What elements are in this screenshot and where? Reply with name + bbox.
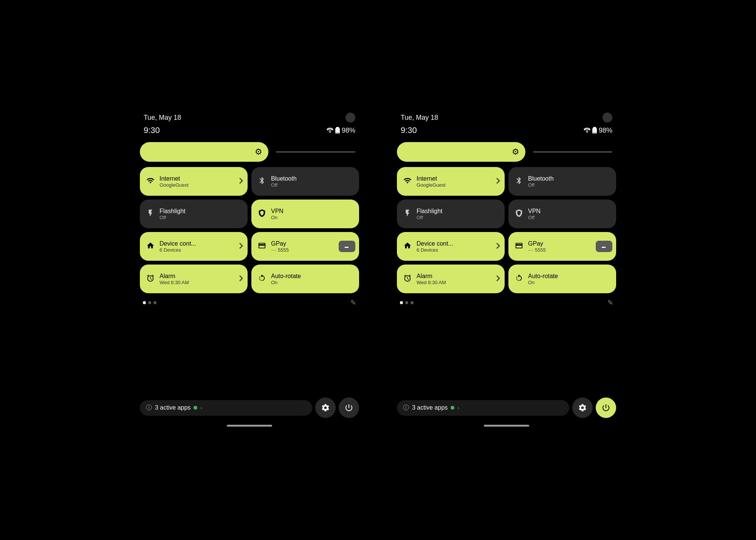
tile-alarm[interactable]: Alarm Wed 8:30 AM [397,265,505,293]
status-row: 9:30 98% [140,125,359,135]
internet-icon [146,176,155,187]
tile-internet[interactable]: Internet GoogleGuest [397,167,505,196]
device-control-subtitle: 6 Devices [160,247,196,253]
wifi-status-icon [327,128,333,133]
device-control-title: Device cont... [417,240,453,247]
brightness-row[interactable]: ⚙ [140,142,359,162]
tile-internet[interactable]: Internet GoogleGuest [140,167,248,196]
card-chip: ▬ [345,244,349,249]
tiles-grid: Internet GoogleGuest Bluetooth Off Flash… [397,167,616,293]
info-icon: ⓘ [146,404,152,412]
vpn-info: VPN Off [528,207,541,221]
dot-2[interactable] [148,301,151,304]
tile-bluetooth[interactable]: Bluetooth Off [508,167,616,196]
bluetooth-title: Bluetooth [271,175,297,182]
internet-title: Internet [160,175,189,182]
autorotate-subtitle: On [271,280,301,286]
battery-percent: 98% [599,127,612,135]
dot-3[interactable] [153,301,156,304]
autorotate-subtitle: On [528,280,558,286]
dot-3[interactable] [411,301,414,304]
tile-device-control[interactable]: Device cont... 6 Devices [397,232,505,261]
brightness-track[interactable] [533,151,612,153]
status-icons: 98% [327,127,355,135]
pill-arrow: › [200,405,202,411]
tile-flashlight[interactable]: Flashlight Off [140,200,248,228]
alarm-subtitle: Wed 8:30 AM [160,280,189,286]
tile-flashlight[interactable]: Flashlight Off [397,200,505,228]
gpay-info: GPay ···· 5555 [528,240,546,253]
vpn-subtitle: Off [528,215,541,221]
tile-gpay[interactable]: GPay ···· 5555 ▬ [508,232,616,261]
gpay-subtitle: ···· 5555 [528,247,546,253]
bluetooth-subtitle: Off [271,182,297,188]
device-control-icon [403,241,412,252]
internet-info: Internet GoogleGuest [417,175,446,188]
internet-info: Internet GoogleGuest [160,175,189,188]
status-bar: Tue, May 18 [397,113,616,122]
tile-autorotate[interactable]: Auto-rotate On [508,265,616,293]
settings-icon [321,403,330,412]
pagination-row: ✎ [397,299,616,307]
dot-1[interactable] [143,301,146,304]
edit-icon[interactable]: ✎ [607,299,613,307]
device-control-subtitle: 6 Devices [417,247,453,253]
flashlight-subtitle: Off [160,215,185,221]
internet-icon [403,176,412,187]
brightness-row[interactable]: ⚙ [397,142,616,162]
power-button[interactable] [339,398,359,418]
wifi-status-icon [584,128,590,133]
svg-rect-5 [593,127,596,128]
pagination-row: ✎ [140,299,359,307]
internet-subtitle: GoogleGuest [417,182,446,188]
alarm-title: Alarm [417,272,446,280]
active-apps-pill[interactable]: ⓘ 3 active apps › [140,400,312,416]
internet-subtitle: GoogleGuest [160,182,189,188]
edit-icon[interactable]: ✎ [350,299,356,307]
bluetooth-title: Bluetooth [528,175,554,182]
tile-device-control[interactable]: Device cont... 6 Devices [140,232,248,261]
dot-1[interactable] [400,301,403,304]
tile-gpay[interactable]: GPay ···· 5555 ▬ [251,232,359,261]
tile-vpn[interactable]: VPN Off [508,200,616,228]
active-apps-text: 3 active apps [412,404,448,411]
gpay-card: ▬ [596,241,612,252]
brightness-track[interactable] [276,151,355,153]
screen-right: Tue, May 18 9:30 98% ⚙ Internet GoogleGu… [389,106,624,434]
active-apps-pill[interactable]: ⓘ 3 active apps › [397,400,569,416]
device-control-title: Device cont... [160,240,196,247]
battery-percent: 98% [342,127,355,135]
brightness-pill[interactable]: ⚙ [140,142,268,162]
svg-rect-1 [336,127,339,128]
settings-button[interactable] [315,398,336,418]
pagination-dots [400,301,414,304]
gpay-title: GPay [271,240,289,247]
vpn-icon [514,209,524,219]
camera-pill [603,113,612,122]
vpn-subtitle: On [271,215,284,221]
brightness-icon: ⚙ [255,147,262,157]
home-indicator [227,425,272,427]
gpay-card: ▬ [339,241,355,252]
status-row: 9:30 98% [397,125,616,135]
bluetooth-info: Bluetooth Off [528,175,554,188]
home-indicator [484,425,529,427]
power-button[interactable] [596,398,616,418]
brightness-pill[interactable]: ⚙ [397,142,525,162]
screens-wrapper: Tue, May 18 9:30 98% ⚙ Internet GoogleGu… [132,106,624,434]
status-time: 9:30 [401,125,417,135]
vpn-title: VPN [271,207,284,215]
settings-icon [578,403,587,412]
status-bar: Tue, May 18 [140,113,359,122]
tile-autorotate[interactable]: Auto-rotate On [251,265,359,293]
flashlight-title: Flashlight [160,207,185,215]
tile-alarm[interactable]: Alarm Wed 8:30 AM [140,265,248,293]
info-icon: ⓘ [403,404,409,412]
tile-vpn[interactable]: VPN On [251,200,359,228]
vpn-icon [257,209,266,219]
settings-button[interactable] [572,398,593,418]
dot-2[interactable] [405,301,408,304]
tile-bluetooth[interactable]: Bluetooth Off [251,167,359,196]
device-control-icon [146,241,155,252]
flashlight-title: Flashlight [417,207,442,215]
